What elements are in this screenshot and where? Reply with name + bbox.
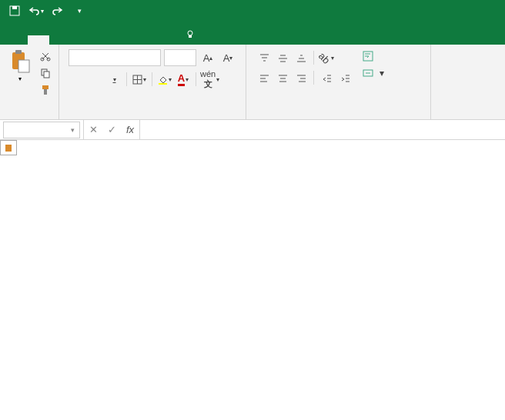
svg-point-2 (188, 31, 192, 35)
svg-rect-1 (12, 6, 17, 9)
wrap-text-button[interactable] (360, 49, 387, 63)
paste-options-button[interactable] (0, 140, 17, 155)
ribbon-tabs (0, 22, 505, 45)
name-box[interactable]: ▾ (3, 122, 80, 138)
font-name-select[interactable] (69, 49, 161, 66)
font-group-label (65, 115, 239, 119)
wrap-icon (363, 51, 373, 62)
align-center-button[interactable] (274, 69, 291, 86)
decrease-indent-button[interactable] (318, 69, 335, 86)
ribbon: ▾ A▴ A▾ ▾ ▾ ▾ (0, 45, 505, 120)
tab-page-layout[interactable] (71, 35, 92, 45)
align-top-button[interactable] (256, 49, 273, 66)
tab-insert[interactable] (49, 35, 71, 45)
decrease-font-button[interactable]: A▾ (219, 49, 236, 66)
align-bottom-button[interactable] (293, 49, 309, 66)
tab-data[interactable] (114, 35, 135, 45)
increase-indent-button[interactable] (336, 69, 353, 86)
cut-button[interactable] (38, 49, 52, 63)
paste-button[interactable]: ▾ (6, 48, 34, 84)
merge-icon (363, 68, 373, 78)
svg-rect-11 (42, 85, 48, 89)
svg-rect-6 (18, 60, 29, 72)
tell-me-search[interactable] (179, 25, 205, 45)
svg-rect-3 (189, 35, 192, 38)
insert-function-button[interactable]: fx (121, 121, 139, 139)
chevron-down-icon: ▾ (71, 126, 75, 134)
undo-button[interactable]: ▾ (28, 2, 45, 19)
confirm-formula-button[interactable]: ✓ (102, 121, 121, 139)
copy-button[interactable] (38, 66, 52, 80)
chevron-down-icon: ▾ (380, 68, 384, 78)
font-size-select[interactable] (164, 49, 196, 66)
italic-button[interactable] (87, 71, 104, 88)
svg-rect-43 (5, 145, 12, 152)
save-button[interactable] (6, 2, 23, 19)
tab-file[interactable] (6, 35, 28, 45)
orientation-button[interactable]: ab▾ (318, 49, 335, 66)
quick-access-toolbar: ▾ ▾ (0, 0, 505, 22)
ribbon-group-alignment: ab▾ ▾ (246, 45, 431, 119)
tab-formulas[interactable] (92, 35, 114, 45)
align-right-button[interactable] (293, 69, 309, 86)
format-painter-button[interactable] (38, 83, 52, 97)
redo-button[interactable] (49, 2, 66, 19)
svg-rect-5 (15, 50, 22, 54)
phonetic-button[interactable]: wén文▾ (200, 71, 219, 88)
lightbulb-icon (185, 29, 196, 40)
borders-button[interactable]: ▾ (131, 71, 148, 88)
cancel-formula-button[interactable]: ✕ (84, 121, 102, 139)
svg-rect-12 (44, 89, 47, 95)
merge-center-button[interactable]: ▾ (360, 66, 387, 80)
align-left-button[interactable] (256, 69, 273, 86)
alignment-group-label (252, 115, 424, 119)
align-middle-button[interactable] (274, 49, 291, 66)
tab-home[interactable] (28, 35, 49, 45)
font-color-button[interactable]: A▾ (175, 71, 192, 88)
underline-button[interactable]: ▾ (105, 71, 122, 88)
ribbon-group-font: A▴ A▾ ▾ ▾ ▾ A▾ wén文▾ (59, 45, 246, 119)
formula-bar: ▾ ✕ ✓ fx (0, 120, 505, 140)
increase-font-button[interactable]: A▴ (199, 49, 216, 66)
tab-review[interactable] (135, 35, 157, 45)
svg-rect-16 (159, 83, 167, 85)
clipboard-icon (9, 49, 31, 74)
ribbon-group-clipboard: ▾ (0, 45, 59, 119)
svg-rect-10 (44, 72, 49, 78)
formula-input[interactable] (140, 122, 505, 138)
fill-color-button[interactable]: ▾ (156, 71, 173, 88)
tab-view[interactable] (157, 35, 179, 45)
customize-qat-button[interactable]: ▾ (71, 2, 88, 19)
clipboard-group-label (6, 115, 52, 119)
clipboard-icon (4, 143, 13, 152)
bold-button[interactable] (69, 71, 85, 88)
